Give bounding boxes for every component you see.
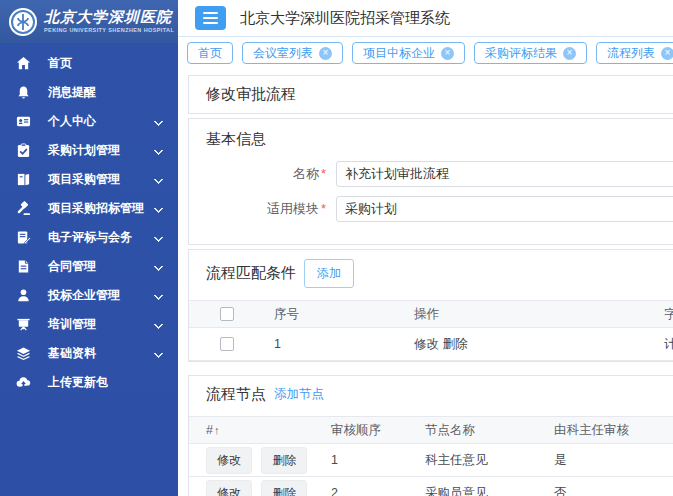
match-conditions-table: 序号 操作 字 1 修改 删除 计 [189,300,673,361]
chevron-down-icon [154,233,164,243]
add-node-link[interactable]: 添加节点 [274,386,324,403]
chevron-down-icon [154,349,164,359]
close-icon[interactable]: × [563,47,576,60]
sidebar-item-bidder-management[interactable]: 投标企业管理 [0,281,178,310]
page-content: 修改审批流程 基本信息 名称* 适用模块* 流程匹配条件 添加 [178,65,673,496]
tab-label: 流程列表 [607,45,655,62]
sidebar-item-label: 投标企业管理 [48,287,120,304]
cloud-upload-icon [15,375,31,391]
sidebar-item-label: 消息提醒 [48,84,96,101]
section-title-basic-info: 基本信息 [189,130,673,149]
select-all-checkbox[interactable] [220,307,234,321]
sidebar-item-label: 首页 [48,55,72,72]
layers-icon [15,346,31,362]
table-row: 1 修改 删除 计 [189,328,673,361]
sidebar: 北京大学深圳医院 PEKING UNIVERSITY SHENZHEN HOSP… [0,0,178,496]
seq-cell: 1 [264,328,404,361]
tab-evaluation-results[interactable]: 采购评标结果 × [474,42,587,64]
edit-link[interactable]: 修改 [414,337,439,351]
chevron-down-icon [154,117,164,127]
basic-info-section: 基本信息 名称* 适用模块* [188,118,673,245]
tab-process-list[interactable]: 流程列表 × [596,42,673,64]
sidebar-item-home[interactable]: 首页 [0,49,178,78]
tab-home[interactable]: 首页 [187,42,233,64]
sidebar-item-training-management[interactable]: 培训管理 [0,310,178,339]
contract-icon [15,259,31,275]
sidebar-item-label: 项目采购招标管理 [48,200,144,217]
sidebar-item-label: 上传更新包 [48,374,108,391]
sidebar-item-personal-center[interactable]: 个人中心 [0,107,178,136]
hospital-name-cn: 北京大学深圳医院 [44,10,174,25]
sidebar-item-label: 基础资料 [48,345,96,362]
bell-icon [15,85,31,101]
match-conditions-section: 流程匹配条件 添加 序号 操作 字 1 修改 [188,249,673,362]
column-header-index[interactable]: #↑ [189,417,314,444]
sidebar-item-procurement-plan[interactable]: 采购计划管理 [0,136,178,165]
table-row: 修改 删除 2 采购员意见 否 [189,477,673,496]
column-header-seq: 序号 [264,301,404,328]
page-title: 修改审批流程 [188,75,673,114]
sidebar-item-project-procurement[interactable]: 项目采购管理 [0,165,178,194]
required-mark: * [321,166,326,181]
presentation-icon [15,317,31,333]
dept-review-cell: 是 [537,444,673,477]
hospital-emblem-icon [8,7,38,37]
section-title-process-nodes: 流程节点 [206,385,266,404]
order-cell: 2 [314,477,408,496]
column-header-order: 审核顺序 [314,417,408,444]
tab-label: 项目中标企业 [363,45,435,62]
chevron-down-icon [154,146,164,156]
column-header-action: 操作 [404,301,654,328]
name-field-label: 名称* [189,165,326,183]
tab-meeting-room-list[interactable]: 会议室列表 × [242,42,343,64]
table-row: 修改 删除 1 科主任意见 是 [189,444,673,477]
chevron-down-icon [154,175,164,185]
sidebar-item-label: 采购计划管理 [48,142,120,159]
sidebar-item-contract-management[interactable]: 合同管理 [0,252,178,281]
tab-label: 首页 [198,45,222,62]
node-name-cell: 科主任意见 [408,444,537,477]
tab-winning-bidders[interactable]: 项目中标企业 × [352,42,465,64]
order-cell: 1 [314,444,408,477]
tab-label: 会议室列表 [253,45,313,62]
sidebar-item-e-evaluation[interactable]: 电子评标与会务 [0,223,178,252]
gavel-icon [15,201,31,217]
sidebar-item-label: 电子评标与会务 [48,229,132,246]
clipped-cell: 计 [654,328,673,361]
close-icon[interactable]: × [319,47,332,60]
delete-button[interactable]: 删除 [261,480,307,496]
chevron-down-icon [154,320,164,330]
row-checkbox[interactable] [220,337,234,351]
sidebar-item-basic-data[interactable]: 基础资料 [0,339,178,368]
sidebar-item-label: 项目采购管理 [48,171,120,188]
name-field[interactable] [336,161,673,187]
main-area: 北京大学深圳医院招采管理系统 首页 会议室列表 × 项目中标企业 × 采购评标结… [178,0,673,496]
sidebar-item-upload-package[interactable]: 上传更新包 [0,368,178,397]
module-field-label: 适用模块* [189,200,326,218]
edit-button[interactable]: 修改 [206,447,252,474]
close-icon[interactable]: × [441,47,454,60]
applicable-module-field[interactable] [336,196,673,222]
chevron-down-icon [154,262,164,272]
sidebar-item-label: 个人中心 [48,113,96,130]
close-icon[interactable]: × [661,47,673,60]
sidebar-item-label: 培训管理 [48,316,96,333]
column-header-clipped: 字 [654,301,673,328]
sidebar-item-bidding-management[interactable]: 项目采购招标管理 [0,194,178,223]
clipboard-check-icon [15,143,31,159]
sidebar-menu: 首页 消息提醒 个人中心 采购计划管理 项目采购管理 [0,49,178,397]
sidebar-item-label: 合同管理 [48,258,96,275]
delete-button[interactable]: 删除 [261,447,307,474]
section-title-match-conditions: 流程匹配条件 [206,264,296,283]
process-nodes-section: 流程节点 添加节点 #↑ 审核顺序 节点名称 由科主任审核 修改 [188,375,673,496]
chevron-down-icon [154,291,164,301]
add-condition-button[interactable]: 添加 [304,259,354,288]
book-icon [15,172,31,188]
sidebar-item-messages[interactable]: 消息提醒 [0,78,178,107]
delete-link[interactable]: 删除 [442,337,467,351]
hamburger-menu-button[interactable] [195,6,226,30]
column-header-dept-review: 由科主任审核 [537,417,673,444]
user-icon [15,288,31,304]
edit-button[interactable]: 修改 [206,480,252,496]
top-bar: 北京大学深圳医院招采管理系统 [178,0,673,37]
